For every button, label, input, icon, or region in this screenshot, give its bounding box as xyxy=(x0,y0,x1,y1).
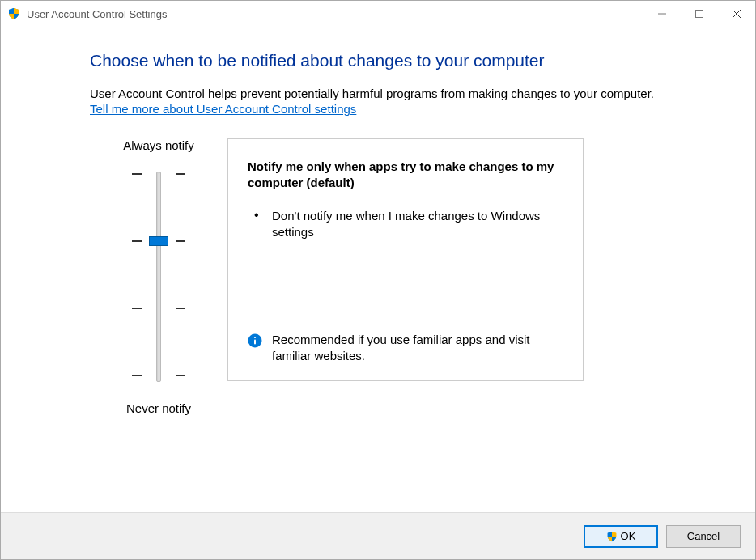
page-heading: Choose when to be notified about changes… xyxy=(90,51,707,70)
info-bullet: Don't notify me when I make changes to W… xyxy=(248,208,559,241)
help-link[interactable]: Tell me more about User Account Control … xyxy=(90,102,356,116)
page-subtext: User Account Control helps prevent poten… xyxy=(90,87,707,100)
slider-tick xyxy=(176,308,185,309)
window-title: User Account Control Settings xyxy=(27,8,167,20)
cancel-button-label: Cancel xyxy=(687,530,720,542)
svg-point-6 xyxy=(254,336,256,337)
slider-tick xyxy=(132,308,142,309)
info-panel: Notify me only when apps try to make cha… xyxy=(227,138,584,381)
shield-icon xyxy=(7,7,20,20)
slider-bottom-label: Never notify xyxy=(126,401,191,415)
ok-button-label: OK xyxy=(621,530,636,542)
slider-top-label: Always notify xyxy=(123,138,194,152)
uac-window: User Account Control Settings Choose whe… xyxy=(0,0,756,560)
svg-rect-1 xyxy=(696,11,703,18)
slider-thumb[interactable] xyxy=(149,236,168,246)
ok-button[interactable]: OK xyxy=(584,525,658,548)
slider-tick xyxy=(132,375,142,376)
info-title: Notify me only when apps try to make cha… xyxy=(248,159,559,192)
slider-tick xyxy=(176,375,185,376)
slider-track xyxy=(156,172,161,382)
notification-slider[interactable] xyxy=(156,163,161,390)
slider-column: Always notify Never notify xyxy=(90,138,227,415)
slider-tick xyxy=(176,240,185,242)
cancel-button[interactable]: Cancel xyxy=(666,525,741,548)
info-footer-text: Recommended if you use familiar apps and… xyxy=(272,332,559,365)
slider-tick xyxy=(132,240,142,242)
slider-area: Always notify Never notify Notify me onl… xyxy=(90,138,707,415)
dialog-footer: OK Cancel xyxy=(1,512,755,559)
minimize-button[interactable] xyxy=(643,1,681,27)
slider-tick xyxy=(176,173,185,175)
title-bar: User Account Control Settings xyxy=(1,1,755,27)
slider-tick xyxy=(132,173,142,175)
svg-rect-5 xyxy=(254,339,256,344)
info-footer: Recommended if you use familiar apps and… xyxy=(248,324,559,365)
maximize-button[interactable] xyxy=(681,1,718,27)
info-icon xyxy=(248,333,262,348)
close-button[interactable] xyxy=(718,1,755,27)
info-bullet-list: Don't notify me when I make changes to W… xyxy=(248,208,559,241)
shield-icon xyxy=(606,531,618,542)
content-area: Choose when to be notified about changes… xyxy=(1,27,755,512)
